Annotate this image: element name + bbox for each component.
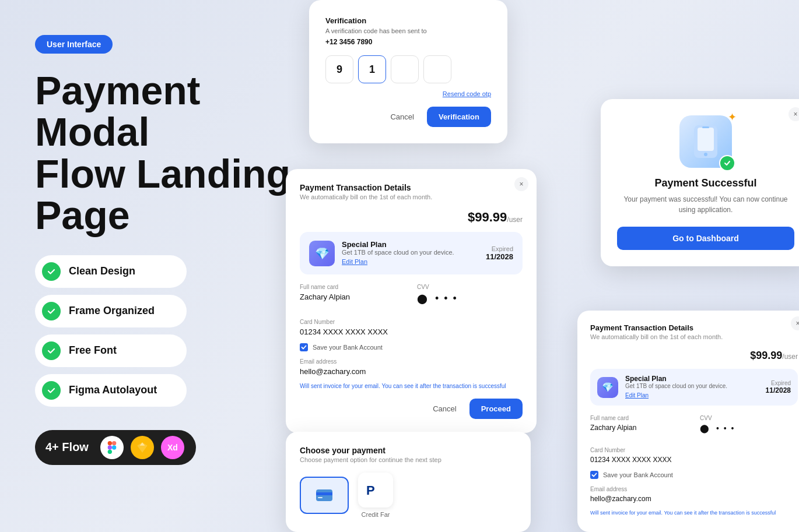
otp-phone: +12 3456 7890 xyxy=(325,38,491,46)
full-name-label: Full name card xyxy=(300,284,405,290)
small-plan-name: Special Plan xyxy=(625,375,759,383)
cvv-field: CVV ⬤ • • • xyxy=(417,284,523,305)
feature-label-1: Clean Design xyxy=(69,265,135,277)
main-title: Payment Modal Flow Landing Page xyxy=(35,70,292,237)
otp-digit-3[interactable] xyxy=(391,55,419,83)
flow-badge: 4+ Flow Xd xyxy=(35,430,196,465)
svg-rect-1 xyxy=(112,441,116,445)
small-invoice-note: Will sent invoice for your email. You ca… xyxy=(590,510,798,516)
success-check-badge xyxy=(719,155,735,171)
expiry-label: Expired xyxy=(486,245,513,252)
small-full-name-label: Full name card xyxy=(590,415,688,421)
features-list: Clean Design Frame Organized Free Font xyxy=(35,255,292,407)
card-number-label: Card Number xyxy=(300,319,523,325)
check-icon-2 xyxy=(42,302,61,320)
feature-label-2: Frame Organized xyxy=(69,305,155,317)
feature-label-4: Figma Autolayout xyxy=(69,384,157,396)
payment-cancel-button[interactable]: Cancel xyxy=(426,400,463,418)
feature-free-font: Free Font xyxy=(35,334,187,367)
verify-button[interactable]: Verification xyxy=(427,107,491,127)
save-checkbox[interactable] xyxy=(300,343,308,351)
small-full-name-field: Full name card Zachary Alpian xyxy=(590,415,688,433)
success-title: Payment Successful xyxy=(617,177,794,189)
small-save-checkbox[interactable] xyxy=(590,471,598,479)
small-price-row: $99.99 /user xyxy=(590,350,798,362)
price-amount: $99.99 xyxy=(468,210,507,225)
otp-actions: Cancel Verification xyxy=(325,107,491,127)
small-email-value: hello@zachary.com xyxy=(590,495,798,503)
right-panel: Verification A verification code has bee… xyxy=(286,0,799,532)
small-cvv-dots: • • • xyxy=(716,424,735,433)
otp-input-row: 9 1 xyxy=(325,55,491,83)
otp-cancel-button[interactable]: Cancel xyxy=(383,108,420,126)
check-icon-1 xyxy=(42,262,61,281)
email-value: hello@zachary.com xyxy=(300,367,523,376)
proceed-button[interactable]: Proceed xyxy=(469,399,523,419)
close-button[interactable]: × xyxy=(789,107,799,121)
credit-card-option[interactable] xyxy=(300,477,349,514)
small-expiry-value: 11/2028 xyxy=(766,386,791,394)
otp-digit-1[interactable]: 9 xyxy=(325,55,353,83)
small-expiry-label: Expired xyxy=(766,380,791,386)
svg-rect-11 xyxy=(702,126,709,128)
small-card-title: Payment Transaction Details xyxy=(590,323,798,332)
svg-text:P: P xyxy=(366,483,375,498)
small-name-cvv-row: Full name card Zachary Alpian CVV ⬤ • • … xyxy=(590,415,798,440)
cvv-label: CVV xyxy=(417,284,523,290)
small-cvv-value: ⬤ • • • xyxy=(700,424,798,433)
resend-link[interactable]: Resend code otp xyxy=(325,90,491,97)
dashboard-button[interactable]: Go to Dashboard xyxy=(617,227,794,250)
small-cvv-label: CVV xyxy=(700,415,798,421)
choose-payment-card: Choose your payment Choose payment optio… xyxy=(286,432,531,532)
paypal-option[interactable]: P Credit Far xyxy=(358,473,393,518)
small-email-field: Email address hello@zachary.com xyxy=(590,486,798,503)
feature-figma-autolayout: Figma Autolayout xyxy=(35,374,187,407)
svg-rect-13 xyxy=(316,492,332,495)
svg-rect-0 xyxy=(108,441,112,445)
small-full-name-value: Zachary Alpian xyxy=(590,424,688,432)
category-badge: User Interface xyxy=(35,35,113,54)
small-plan-icon: 💎 xyxy=(597,377,618,398)
small-cvv-field: CVV ⬤ • • • xyxy=(700,415,798,433)
payment-actions: Cancel Proceed xyxy=(300,399,523,419)
small-plan-info: Special Plan Get 1TB of space cloud on y… xyxy=(625,375,759,400)
card-number-value: 01234 XXXX XXXX XXXX xyxy=(300,327,523,336)
check-icon-3 xyxy=(42,341,61,360)
small-plan-expiry: Expired 11/2028 xyxy=(766,380,791,394)
feature-frame-organized: Frame Organized xyxy=(35,295,187,327)
cvv-value: ⬤ • • • xyxy=(417,293,523,305)
plan-desc: Get 1TB of space cloud on your device. xyxy=(342,249,479,256)
plan-info: Special Plan Get 1TB of space cloud on y… xyxy=(342,240,479,266)
edit-plan-link[interactable]: Edit Plan xyxy=(342,258,367,265)
payment-close-button[interactable]: × xyxy=(514,177,528,191)
feature-clean-design: Clean Design xyxy=(35,255,187,288)
plan-expiry: Expired 11/2028 xyxy=(486,245,513,261)
small-plan-desc: Get 1TB of space cloud on your device. xyxy=(625,383,759,389)
flow-label: 4+ Flow xyxy=(41,441,93,454)
svg-point-10 xyxy=(704,153,707,156)
payment-success-card: × ✦ Payment Successful Your payment was … xyxy=(601,99,799,266)
price-row: $99.99 /user xyxy=(300,210,523,225)
small-edit-plan-link[interactable]: Edit Plan xyxy=(625,392,649,399)
email-label: Email address xyxy=(300,358,523,365)
small-price-amount: $99.99 xyxy=(750,350,782,362)
otp-digit-4[interactable] xyxy=(423,55,451,83)
phone-success-icon: ✦ xyxy=(679,115,732,168)
expiry-value: 11/2028 xyxy=(486,252,513,261)
paypal-label: Credit Far xyxy=(362,511,390,518)
small-save-row: Save your Bank Account xyxy=(590,471,798,479)
check-icon-4 xyxy=(42,381,61,400)
payment-transaction-small-card: × Payment Transaction Details We automat… xyxy=(577,311,799,532)
price-unit: /user xyxy=(507,216,523,224)
svg-rect-3 xyxy=(108,449,112,453)
svg-rect-9 xyxy=(698,128,714,151)
choose-subtitle: Choose payment option for continue the n… xyxy=(300,456,517,463)
otp-digit-2[interactable]: 1 xyxy=(358,55,386,83)
small-save-bank-label: Save your Bank Account xyxy=(603,471,673,478)
full-name-value: Zachary Alpian xyxy=(300,293,405,301)
otp-verification-card: Verification A verification code has bee… xyxy=(309,0,507,143)
sparkle-icon: ✦ xyxy=(728,111,737,124)
svg-rect-14 xyxy=(318,497,323,498)
otp-title: Verification xyxy=(325,16,491,25)
cvv-dots: • • • xyxy=(435,293,458,304)
